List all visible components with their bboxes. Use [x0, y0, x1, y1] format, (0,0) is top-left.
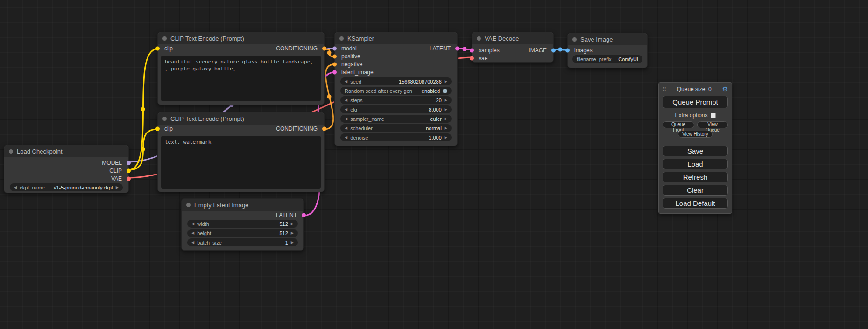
- latent-image-input-port[interactable]: [332, 70, 337, 74]
- load-button[interactable]: Load: [663, 159, 728, 169]
- node-title: VAE Decode: [485, 35, 519, 42]
- widget-label: cfg: [350, 107, 357, 112]
- view-history-button[interactable]: View History: [678, 131, 712, 138]
- clip-output-port[interactable]: [127, 168, 131, 173]
- sampler-name-widget[interactable]: ◀ sampler_name euler ▶: [340, 115, 452, 123]
- stepper-right-icon[interactable]: ▶: [445, 108, 447, 112]
- random-seed-toggle-widget[interactable]: Random seed after every gen enabled: [340, 87, 452, 95]
- conditioning-output-port[interactable]: [322, 126, 326, 131]
- stepper-right-icon[interactable]: ▶: [445, 126, 447, 130]
- port-label: MODEL: [102, 160, 122, 166]
- clip-input-port[interactable]: [155, 126, 160, 131]
- scheduler-widget[interactable]: ◀ scheduler normal ▶: [340, 124, 452, 132]
- vae-output-port[interactable]: [127, 176, 131, 181]
- positive-input-port[interactable]: [332, 54, 337, 58]
- node-clip-text-encode-negative[interactable]: CLIP Text Encode (Prompt) clip CONDITION…: [157, 112, 325, 192]
- node-load-checkpoint[interactable]: Load Checkpoint MODEL CLIP VAE ◀ ckpt_na…: [4, 145, 129, 193]
- node-vae-decode[interactable]: VAE Decode samples IMAGE vae: [472, 32, 554, 63]
- widget-value: 8.000: [429, 107, 442, 112]
- extra-options-label: Extra options: [675, 112, 707, 119]
- queue-front-button[interactable]: Queue Front: [663, 121, 694, 128]
- vae-input-port[interactable]: [470, 56, 474, 60]
- clip-input-port[interactable]: [155, 46, 160, 50]
- settings-gear-icon[interactable]: ⚙: [722, 85, 728, 93]
- save-button[interactable]: Save: [663, 146, 728, 156]
- positive-prompt-textarea[interactable]: beautiful scenery nature glass bottle la…: [161, 56, 321, 101]
- seed-widget[interactable]: ◀ seed 156680208700286 ▶: [340, 77, 452, 85]
- ckpt-name-widget[interactable]: ◀ ckpt_name v1-5-pruned-emaonly.ckpt ▶: [10, 183, 123, 191]
- stepper-right-icon[interactable]: ▶: [291, 231, 294, 235]
- image-output-port[interactable]: [551, 48, 556, 52]
- stepper-left-icon[interactable]: ◀: [191, 231, 194, 235]
- node-save-image[interactable]: Save Image images filename_prefix ComfyU…: [567, 33, 648, 68]
- extra-options-checkbox[interactable]: [711, 113, 716, 118]
- steps-widget[interactable]: ◀ steps 20 ▶: [340, 96, 452, 104]
- port-label: clip: [164, 126, 173, 132]
- stepper-right-icon[interactable]: ▶: [445, 98, 447, 102]
- stepper-right-icon[interactable]: ▶: [116, 186, 119, 189]
- stepper-left-icon[interactable]: ◀: [345, 117, 347, 121]
- stepper-right-icon[interactable]: ▶: [445, 136, 447, 140]
- port-label: model: [341, 45, 357, 52]
- samples-input-port[interactable]: [470, 48, 474, 52]
- model-input-port[interactable]: [332, 46, 337, 50]
- stepper-left-icon[interactable]: ◀: [345, 80, 347, 84]
- stepper-left-icon[interactable]: ◀: [191, 222, 194, 226]
- stepper-left-icon[interactable]: ◀: [345, 126, 347, 130]
- stepper-right-icon[interactable]: ▶: [445, 80, 447, 84]
- stepper-right-icon[interactable]: ▶: [291, 222, 294, 226]
- node-ksampler[interactable]: KSampler model LATENT positive negative …: [334, 32, 458, 146]
- collapse-dot[interactable]: [162, 117, 167, 121]
- collapse-dot[interactable]: [9, 149, 13, 154]
- widget-value: enabled: [422, 88, 440, 94]
- negative-input-port[interactable]: [332, 62, 337, 66]
- height-widget[interactable]: ◀ height 512 ▶: [187, 229, 298, 237]
- stepper-right-icon[interactable]: ▶: [291, 241, 294, 245]
- latent-output-port[interactable]: [302, 213, 306, 217]
- filename-prefix-widget[interactable]: filename_prefix ComfyUI: [572, 55, 642, 63]
- stepper-left-icon[interactable]: ◀: [345, 136, 347, 140]
- stepper-left-icon[interactable]: ◀: [345, 108, 347, 112]
- node-title-bar[interactable]: Load Checkpoint: [4, 145, 128, 157]
- stepper-left-icon[interactable]: ◀: [14, 186, 17, 189]
- stepper-right-icon[interactable]: ▶: [445, 117, 447, 121]
- port-label: CONDITIONING: [276, 126, 318, 132]
- node-title-bar[interactable]: CLIP Text Encode (Prompt): [158, 112, 324, 125]
- load-default-button[interactable]: Load Default: [663, 198, 728, 209]
- link-midpoint-dot: [327, 95, 332, 99]
- port-label: CONDITIONING: [276, 45, 318, 52]
- collapse-dot[interactable]: [339, 36, 344, 41]
- node-clip-text-encode-positive[interactable]: CLIP Text Encode (Prompt) clip CONDITION…: [157, 32, 325, 105]
- conditioning-output-port[interactable]: [322, 46, 326, 50]
- node-title-bar[interactable]: Save Image: [568, 33, 647, 45]
- node-empty-latent-image[interactable]: Empty Latent Image LATENT ◀ width 512 ▶ …: [181, 198, 304, 251]
- collapse-dot[interactable]: [477, 36, 481, 41]
- queue-prompt-button[interactable]: Queue Prompt: [663, 96, 728, 108]
- collapse-dot[interactable]: [572, 37, 577, 42]
- collapse-dot[interactable]: [186, 203, 191, 207]
- widget-value: v1-5-pruned-emaonly.ckpt: [54, 185, 113, 190]
- negative-prompt-textarea[interactable]: text, watermark: [161, 136, 321, 189]
- node-title-bar[interactable]: Empty Latent Image: [182, 199, 303, 211]
- drag-handle-icon[interactable]: ⠿: [663, 86, 666, 92]
- cfg-widget[interactable]: ◀ cfg 8.000 ▶: [340, 105, 452, 113]
- stepper-left-icon[interactable]: ◀: [345, 98, 347, 102]
- latent-output-port[interactable]: [455, 46, 459, 50]
- node-title-bar[interactable]: KSampler: [335, 32, 457, 44]
- clear-button[interactable]: Clear: [663, 185, 728, 196]
- widget-value: 1: [285, 240, 288, 245]
- collapse-dot[interactable]: [162, 36, 167, 41]
- view-queue-button[interactable]: View Queue: [697, 121, 728, 128]
- node-title-bar[interactable]: VAE Decode: [472, 32, 553, 44]
- denoise-widget[interactable]: ◀ denoise 1.000 ▶: [340, 133, 452, 141]
- stepper-left-icon[interactable]: ◀: [191, 241, 194, 245]
- node-graph-canvas[interactable]: Load Checkpoint MODEL CLIP VAE ◀ ckpt_na…: [0, 0, 868, 329]
- images-input-port[interactable]: [565, 48, 570, 52]
- port-label: negative: [341, 61, 362, 68]
- model-output-port[interactable]: [127, 161, 131, 165]
- batch-size-widget[interactable]: ◀ batch_size 1 ▶: [187, 238, 298, 246]
- toggle-enabled-dot[interactable]: [443, 89, 447, 93]
- width-widget[interactable]: ◀ width 512 ▶: [187, 220, 298, 228]
- refresh-button[interactable]: Refresh: [663, 172, 728, 182]
- node-title-bar[interactable]: CLIP Text Encode (Prompt): [158, 32, 324, 44]
